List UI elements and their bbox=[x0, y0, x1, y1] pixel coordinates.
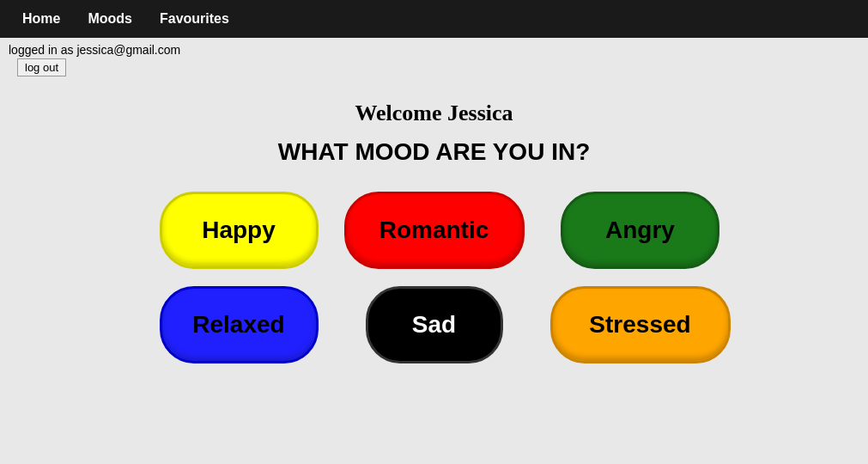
user-bar: logged in as jessica@gmail.com log out bbox=[0, 38, 868, 83]
navigation: Home Moods Favourites bbox=[0, 0, 868, 38]
mood-button-relaxed[interactable]: Relaxed bbox=[160, 286, 319, 363]
mood-button-romantic[interactable]: Romantic bbox=[344, 192, 525, 269]
mood-grid: Happy Romantic Angry Relaxed Sad Stresse… bbox=[160, 192, 709, 363]
nav-moods[interactable]: Moods bbox=[74, 3, 146, 35]
nav-favourites[interactable]: Favourites bbox=[146, 3, 243, 35]
mood-button-happy[interactable]: Happy bbox=[160, 192, 319, 269]
logout-button[interactable]: log out bbox=[17, 58, 66, 76]
welcome-title: Welcome Jessica bbox=[355, 101, 513, 126]
nav-home[interactable]: Home bbox=[9, 3, 74, 35]
mood-question: WHAT MOOD ARE YOU IN? bbox=[278, 138, 590, 166]
mood-button-stressed[interactable]: Stressed bbox=[550, 286, 731, 363]
mood-button-sad[interactable]: Sad bbox=[366, 286, 503, 363]
logged-in-text: logged in as jessica@gmail.com bbox=[9, 43, 180, 57]
main-content: Welcome Jessica WHAT MOOD ARE YOU IN? Ha… bbox=[0, 83, 868, 363]
mood-button-angry[interactable]: Angry bbox=[561, 192, 719, 269]
